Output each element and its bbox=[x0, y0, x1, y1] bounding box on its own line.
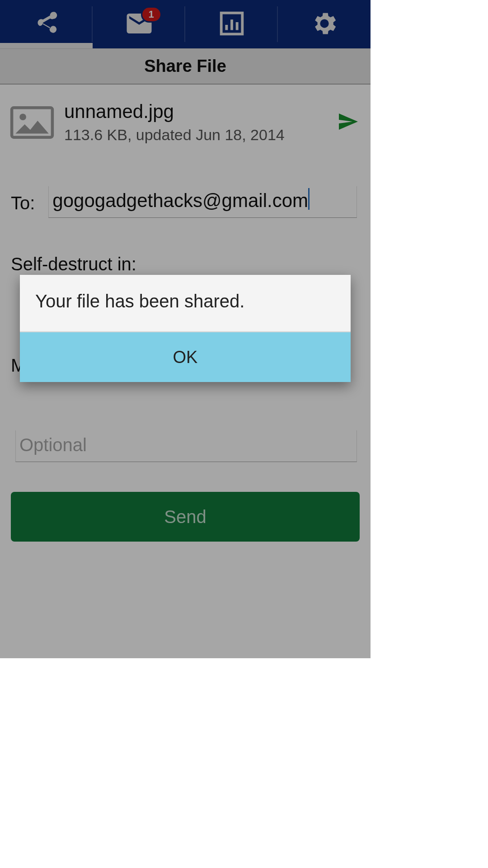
ok-button[interactable]: OK bbox=[20, 332, 351, 382]
screen: 1 Share File unnamed.jpg 113.6 KB, updat… bbox=[0, 0, 371, 658]
dialog-message: Your file has been shared. bbox=[20, 275, 351, 332]
dialog: Your file has been shared. OK bbox=[20, 275, 351, 382]
